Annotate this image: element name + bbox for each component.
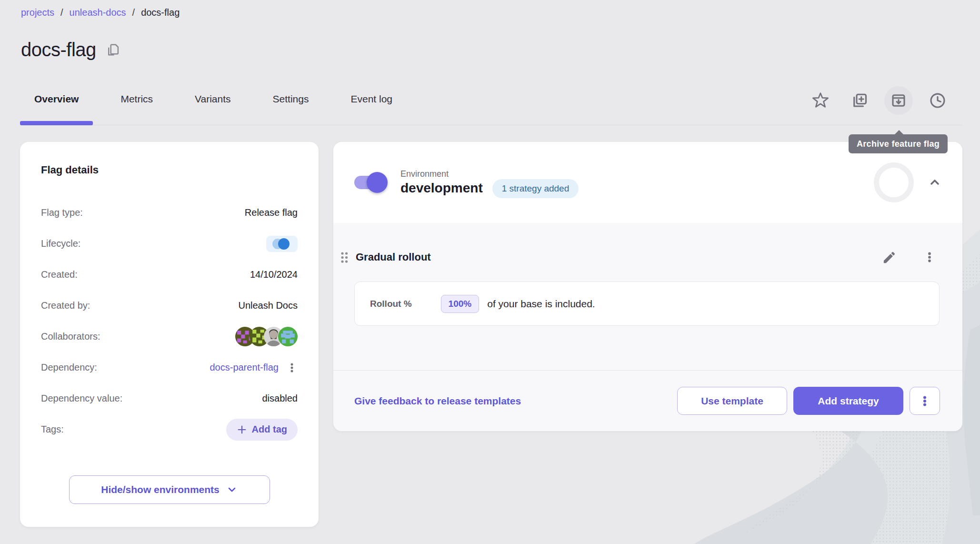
strategy-menu-button[interactable] bbox=[923, 251, 936, 263]
pencil-icon bbox=[882, 250, 897, 265]
environment-toggle[interactable] bbox=[354, 176, 385, 189]
flag-details-heading: Flag details bbox=[41, 164, 298, 176]
flag-actions-toolbar bbox=[806, 86, 952, 115]
archive-flag-button[interactable] bbox=[884, 86, 913, 115]
strategy-header: Gradual rollout bbox=[333, 249, 962, 266]
rollout-percentage-chip: 100% bbox=[441, 295, 480, 313]
dependency-value-label: Dependency value: bbox=[41, 393, 122, 404]
created-by-row: Created by: Unleash Docs bbox=[41, 290, 298, 321]
copy-flag-button[interactable] bbox=[845, 86, 874, 115]
dependency-menu-button[interactable] bbox=[286, 362, 298, 373]
copy-name-button[interactable] bbox=[106, 43, 120, 57]
tags-label: Tags: bbox=[41, 424, 64, 435]
dependency-value-row: Dependency value: disabled bbox=[41, 383, 298, 414]
flag-type-value: Release flag bbox=[245, 207, 298, 218]
copy-icon bbox=[106, 43, 120, 57]
footer-buttons: Use template Add strategy bbox=[677, 387, 940, 415]
collaborator-avatar bbox=[278, 327, 298, 346]
collaborators-label: Collaborators: bbox=[41, 331, 100, 342]
chevron-up-icon bbox=[928, 176, 941, 189]
created-value: 14/10/2024 bbox=[250, 269, 298, 280]
strategy-count-badge: 1 strategy added bbox=[492, 179, 579, 198]
page-title-row: docs-flag bbox=[21, 39, 120, 60]
page-title: docs-flag bbox=[21, 39, 96, 60]
archive-icon bbox=[890, 92, 907, 109]
toggle-thumb bbox=[367, 172, 388, 193]
tab-settings[interactable]: Settings bbox=[259, 93, 323, 105]
favorite-button[interactable] bbox=[806, 86, 835, 115]
hide-show-label: Hide/show environments bbox=[101, 484, 220, 495]
breadcrumb-project-name[interactable]: unleash-docs bbox=[70, 7, 126, 18]
dependency-value-value: disabled bbox=[262, 393, 298, 404]
tab-metrics[interactable]: Metrics bbox=[106, 93, 167, 105]
add-strategy-button[interactable]: Add strategy bbox=[793, 387, 903, 415]
kebab-menu-icon bbox=[919, 395, 931, 407]
flag-type-label: Flag type: bbox=[41, 207, 83, 218]
star-icon bbox=[812, 92, 829, 109]
dependency-row: Dependency: docs-parent-flag bbox=[41, 352, 298, 383]
lifecycle-stage-badge[interactable] bbox=[266, 236, 298, 252]
strategy-title: Gradual rollout bbox=[356, 251, 431, 263]
created-by-label: Created by: bbox=[41, 300, 90, 311]
dependency-link[interactable]: docs-parent-flag bbox=[210, 362, 279, 373]
tabs-divider bbox=[20, 125, 962, 125]
tab-event-log[interactable]: Event log bbox=[336, 93, 407, 105]
lifecycle-stage-icon bbox=[278, 238, 290, 250]
flag-type-row: Flag type: Release flag bbox=[41, 197, 298, 228]
lifecycle-row: Lifecycle: bbox=[41, 228, 298, 259]
lifecycle-label: Lifecycle: bbox=[41, 238, 80, 249]
add-tag-label: Add tag bbox=[252, 424, 287, 435]
clock-icon bbox=[929, 92, 946, 109]
breadcrumb-projects[interactable]: projects bbox=[21, 7, 54, 18]
chevron-down-icon bbox=[226, 484, 238, 495]
drag-dots-icon bbox=[340, 251, 349, 264]
created-row: Created: 14/10/2024 bbox=[41, 259, 298, 290]
history-button[interactable] bbox=[923, 86, 952, 115]
plus-icon bbox=[237, 424, 247, 435]
flag-details-card: Flag details Flag type: Release flag Lif… bbox=[20, 142, 319, 527]
strategy-drag-handle[interactable] bbox=[340, 251, 349, 264]
archive-tooltip: Archive feature flag bbox=[849, 134, 948, 153]
environment-card: Environment development 1 strategy added… bbox=[333, 142, 962, 431]
breadcrumb-current: docs-flag bbox=[141, 7, 180, 18]
kebab-menu-icon bbox=[286, 362, 298, 373]
collapse-environment-button[interactable] bbox=[928, 176, 941, 189]
release-templates-feedback-link[interactable]: Give feedback to release templates bbox=[354, 395, 521, 407]
created-by-value: Unleash Docs bbox=[238, 300, 298, 311]
metrics-ring bbox=[874, 162, 914, 202]
environment-footer: Give feedback to release templates Use t… bbox=[333, 370, 962, 431]
tab-overview[interactable]: Overview bbox=[20, 93, 93, 105]
tags-row: Tags: Add tag bbox=[41, 414, 298, 445]
dependency-label: Dependency: bbox=[41, 362, 97, 373]
tab-variants[interactable]: Variants bbox=[180, 93, 245, 105]
breadcrumb-separator: / bbox=[60, 7, 63, 18]
breadcrumb-separator: / bbox=[132, 7, 135, 18]
environment-more-actions-button[interactable] bbox=[910, 387, 940, 415]
add-tag-button[interactable]: Add tag bbox=[226, 419, 298, 441]
environment-text: Environment development bbox=[400, 169, 483, 196]
rollout-label: Rollout % bbox=[370, 299, 412, 309]
kebab-menu-icon bbox=[923, 251, 936, 263]
collaborator-avatars bbox=[235, 327, 298, 346]
environment-header: Environment development 1 strategy added bbox=[333, 142, 962, 223]
collaborators-row: Collaborators: bbox=[41, 321, 298, 352]
rollout-summary: Rollout % 100% of your base is included. bbox=[354, 282, 940, 326]
tab-bar: Overview Metrics Variants Settings Event… bbox=[20, 93, 407, 105]
created-label: Created: bbox=[41, 269, 78, 280]
copy-plus-icon bbox=[851, 92, 868, 109]
breadcrumb: projects / unleash-docs / docs-flag bbox=[21, 7, 180, 18]
rollout-description: of your base is included. bbox=[487, 298, 595, 310]
environment-label: Environment bbox=[400, 169, 483, 179]
use-template-button[interactable]: Use template bbox=[677, 387, 787, 415]
environment-name: development bbox=[400, 181, 483, 196]
edit-strategy-button[interactable] bbox=[882, 250, 897, 265]
tooltip-text: Archive feature flag bbox=[857, 139, 940, 149]
hide-show-environments-button[interactable]: Hide/show environments bbox=[69, 475, 270, 504]
